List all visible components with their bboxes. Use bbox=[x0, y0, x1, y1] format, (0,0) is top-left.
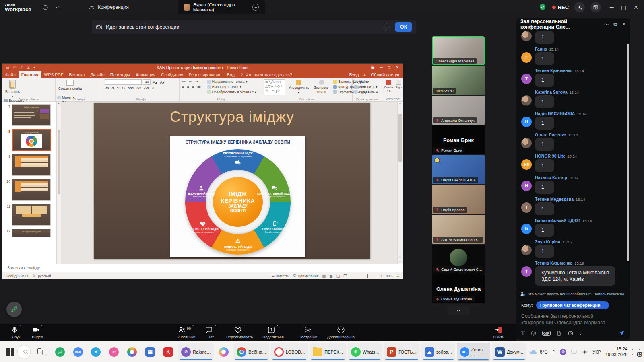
video-tile[interactable]: Надія Краєва bbox=[432, 185, 485, 214]
numbering-icon[interactable]: ≕ bbox=[188, 79, 194, 84]
diagram-image[interactable]: СТРУКТУРА ІМІДЖУ КЕРІВНИКА ЗАКЛАДУ ОСВІТ… bbox=[170, 136, 305, 257]
volume-icon[interactable] bbox=[582, 349, 588, 355]
notes-toggle[interactable]: ≐ Заметки bbox=[272, 274, 289, 278]
smartart-button[interactable]: ​Преобразовать в SmartArt ▾ bbox=[207, 90, 256, 95]
taskbar-app-paint[interactable] bbox=[124, 343, 140, 361]
gif-icon[interactable]: GIF bbox=[542, 331, 551, 336]
tray-expand-icon[interactable]: ⌃ bbox=[552, 350, 555, 354]
share-button[interactable]: Общий доступ bbox=[371, 72, 399, 77]
qat-customize-icon[interactable]: ▾ bbox=[34, 66, 35, 69]
annotate-button[interactable] bbox=[6, 302, 22, 317]
font-format-button[interactable]: AV bbox=[136, 86, 142, 90]
отреагировать-button[interactable]: ⌃Отреагировать bbox=[221, 325, 258, 339]
slide-thumbnail-9[interactable]: 9 bbox=[2, 152, 61, 177]
weather-widget[interactable]: 6°C bbox=[529, 348, 548, 356]
slide-thumbnail-8[interactable]: 8Структура іміджу bbox=[2, 128, 61, 152]
find-button[interactable]: 🔍Найти bbox=[354, 79, 381, 84]
taskbar-app-taskview[interactable] bbox=[33, 343, 50, 361]
ppt-menu-4[interactable]: Вставка bbox=[66, 71, 87, 78]
spellcheck-icon[interactable]: ⍰ bbox=[33, 274, 35, 278]
text-direction-button[interactable]: ​Направление текста ▾ bbox=[207, 79, 256, 84]
video-tile[interactable]: Артем Васильович К... bbox=[432, 215, 485, 244]
replace-button[interactable]: ​Заменить ▾ bbox=[354, 84, 381, 90]
language-switcher[interactable]: УКР bbox=[592, 350, 601, 354]
security-shield-icon[interactable] bbox=[539, 3, 547, 11]
font-format-button[interactable]: К bbox=[111, 86, 115, 90]
message-input[interactable]: Сообщение Зал персональной конференции О… bbox=[521, 313, 625, 327]
taskbar-app-kred[interactable]: K bbox=[160, 343, 176, 361]
notification-center[interactable]: 10 bbox=[632, 349, 640, 355]
video-tile[interactable]: InterSSPU bbox=[432, 66, 485, 95]
видео-button[interactable]: ⌃Видео bbox=[27, 325, 48, 339]
tab-meeting[interactable]: Конференция bbox=[82, 0, 135, 14]
поделиться-button[interactable]: ⌃Поделиться bbox=[258, 325, 288, 339]
paste-button[interactable]: Вставить▾ bbox=[4, 79, 21, 98]
taskbar-app-pink[interactable]: ✂ bbox=[106, 343, 122, 361]
select-button[interactable]: ​Выделить ▾ bbox=[354, 90, 381, 95]
chevron-down-icon[interactable]: ⌄ bbox=[579, 331, 582, 335]
sign-button[interactable]: ​Sign bbox=[395, 79, 402, 93]
new-slide-button[interactable]: Создать слайд▾ bbox=[57, 79, 83, 95]
taskbar-app-folder[interactable]: ПЕРЕК... bbox=[310, 343, 346, 361]
video-tile[interactable]: Олена ДушаткінаОлена Душаткіна bbox=[432, 274, 485, 303]
ppt-display-icon[interactable]: ▣ bbox=[371, 65, 374, 70]
bullets-icon[interactable]: ≔ bbox=[181, 79, 187, 84]
quick-access-toolbar[interactable]: ▤ ↶ ↻ ⊻ ▾ bbox=[6, 65, 35, 70]
slide-thumbnail-12[interactable]: 12Міні-рефлексія у чаті bbox=[2, 227, 61, 239]
chat-message[interactable]: ННаталія Котляр15:141 bbox=[521, 175, 625, 193]
video-tile[interactable]: Сергій Васильович С... bbox=[432, 245, 485, 274]
attach-file-icon[interactable] bbox=[556, 331, 562, 336]
more-participants-button[interactable] bbox=[447, 306, 470, 315]
undo-icon[interactable]: ↶ bbox=[13, 65, 16, 70]
align-left-icon[interactable]: ≡ bbox=[181, 84, 185, 89]
save-icon[interactable]: ▤ bbox=[6, 65, 9, 70]
taskbar-app-word[interactable]: WДокум... bbox=[492, 343, 526, 361]
ppt-menu-9[interactable]: Рецензирование bbox=[186, 71, 224, 78]
font-format-button[interactable]: Ч bbox=[116, 86, 120, 90]
maximize-button[interactable]: ▢ bbox=[621, 4, 626, 10]
taskbar-app-zoomapp[interactable]: Zoom ... bbox=[457, 343, 490, 361]
zoom-level[interactable]: 83% bbox=[386, 274, 393, 278]
дополнительно-button[interactable]: Дополнительно bbox=[322, 325, 359, 339]
send-icon[interactable] bbox=[618, 330, 625, 337]
chat-message[interactable]: ННадія ВАСИНЬОВА15:141 bbox=[521, 111, 625, 130]
chat-message[interactable]: ТТетяна Кузьменко15:19Кузьменко Тетяна М… bbox=[521, 261, 625, 286]
chat-close-icon[interactable]: ✕ bbox=[622, 21, 626, 27]
slide-thumbnail-11[interactable]: 11 bbox=[2, 202, 61, 227]
ppt-minimize-button[interactable]: ─ bbox=[380, 65, 383, 70]
chat-message[interactable]: ГГанна15:141 bbox=[521, 47, 625, 65]
участники-button[interactable]: 90⌃Участники bbox=[172, 325, 200, 339]
chat-message[interactable]: Н9HONOR 90 Lite15:141 bbox=[521, 154, 625, 172]
chat-message[interactable]: ТТетяна Кузьменко15:141 bbox=[521, 68, 625, 86]
taskbar-app-chrome[interactable]: Вебіна... bbox=[233, 343, 269, 361]
ai-companion-icon[interactable] bbox=[574, 2, 585, 12]
slide-thumbnail-7[interactable]: 7Імідж керівника bbox=[2, 103, 61, 128]
chat-message[interactable]: Zoya Kupina15:151 bbox=[521, 239, 625, 258]
thumbnails-scrollbar[interactable]: ▲ bbox=[56, 102, 61, 264]
taskbar-app-telegram[interactable] bbox=[88, 343, 104, 361]
info-icon[interactable] bbox=[42, 4, 48, 10]
font-format-button[interactable]: Аа bbox=[143, 86, 150, 90]
spacing-icon[interactable]: ↕ bbox=[200, 79, 204, 84]
ppt-menu-10[interactable]: Вид bbox=[224, 71, 237, 78]
ppt-menu-5[interactable]: Дизайн bbox=[87, 71, 107, 78]
taskbar-app-viber[interactable]: ✆Rakute... bbox=[178, 343, 214, 361]
font-name-box[interactable] bbox=[105, 79, 142, 85]
create-pdf-button[interactable]: ​Create PDF bbox=[384, 79, 394, 93]
video-tile[interactable]: Роман БрикРоман Брик bbox=[432, 125, 485, 154]
view-sorter-icon[interactable]: ▦ bbox=[329, 274, 333, 278]
start-button[interactable] bbox=[6, 348, 14, 356]
tab-options-icon[interactable]: ⋯ bbox=[252, 4, 259, 11]
chat-message-list[interactable]: 1ГГанна15:141ТТетяна Кузьменко15:141Kate… bbox=[516, 30, 630, 289]
ok-button[interactable]: ОК bbox=[395, 22, 412, 32]
minimize-button[interactable]: ─ bbox=[610, 4, 614, 10]
redo-icon[interactable]: ↻ bbox=[20, 65, 23, 70]
fit-slide-icon[interactable]: ⛶ bbox=[397, 274, 399, 278]
sign-in-button[interactable]: Вход bbox=[349, 72, 359, 77]
align-text-button[interactable]: ​Выровнять текст ▾ bbox=[207, 84, 256, 90]
font-format-button[interactable]: S bbox=[122, 86, 126, 90]
chat-scrollbar[interactable] bbox=[627, 44, 629, 261]
chat-message[interactable]: Ольга Лисенко15:141 bbox=[521, 132, 625, 151]
emoji-icon[interactable] bbox=[530, 330, 537, 336]
slide-scrollbar[interactable]: ▲ ▼⌃⌄ bbox=[397, 102, 402, 264]
